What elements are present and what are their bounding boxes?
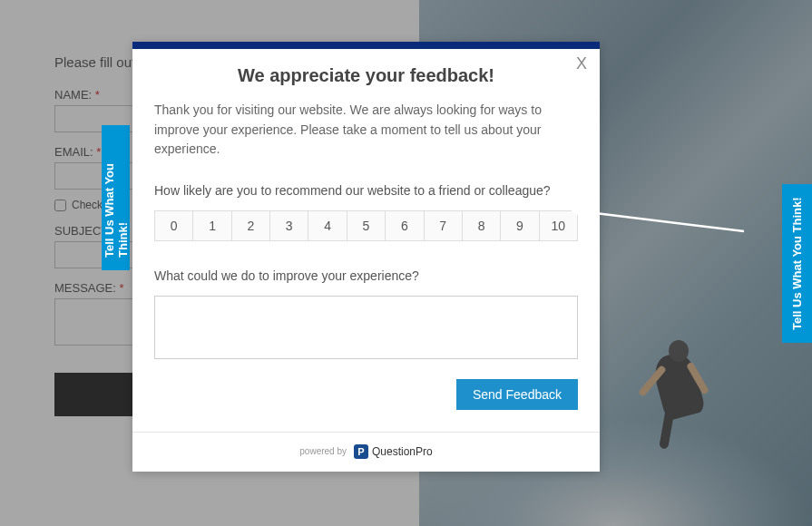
feedback-textarea[interactable] — [154, 296, 578, 359]
feedback-tab-right[interactable]: Tell Us What You Think! — [782, 184, 812, 343]
feedback-tab-left[interactable]: Tell Us What You Think! — [102, 125, 130, 270]
close-icon[interactable]: X — [576, 54, 587, 73]
nps-7[interactable]: 7 — [425, 210, 463, 241]
nps-question: How likely are you to recommend our webs… — [154, 183, 578, 198]
modal-intro: Thank you for visiting our website. We a… — [154, 101, 578, 160]
nps-8[interactable]: 8 — [463, 210, 501, 241]
send-feedback-button[interactable]: Send Feedback — [456, 379, 578, 410]
nps-9[interactable]: 9 — [501, 210, 539, 241]
nps-1[interactable]: 1 — [193, 210, 231, 241]
open-question: What could we do to improve your experie… — [154, 268, 578, 283]
nps-3[interactable]: 3 — [270, 210, 308, 241]
nps-0[interactable]: 0 — [154, 210, 193, 241]
nps-10[interactable]: 10 — [540, 210, 578, 241]
nps-5[interactable]: 5 — [347, 210, 386, 241]
powered-by-label: powered by — [299, 446, 347, 456]
nps-6[interactable]: 6 — [386, 210, 424, 241]
modal-accent-bar — [132, 42, 600, 49]
modal-footer: powered by P QuestionPro — [132, 432, 600, 472]
feedback-modal: X We appreciate your feedback! Thank you… — [132, 42, 600, 472]
questionpro-logo[interactable]: P QuestionPro — [354, 444, 433, 459]
questionpro-text: QuestionPro — [372, 445, 433, 458]
questionpro-icon: P — [354, 444, 368, 459]
nps-4[interactable]: 4 — [308, 210, 347, 241]
nps-2[interactable]: 2 — [232, 210, 270, 241]
modal-title: We appreciate your feedback! — [154, 65, 578, 86]
nps-scale: 0 1 2 3 4 5 6 7 8 9 10 — [154, 210, 578, 241]
